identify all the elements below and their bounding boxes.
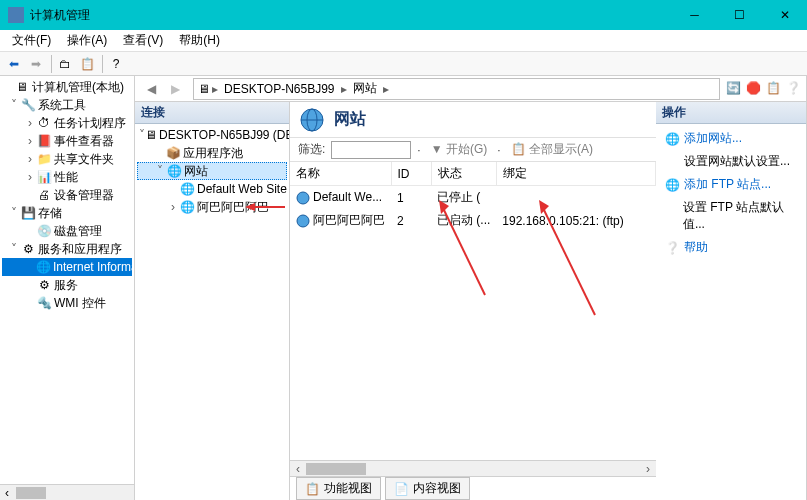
- col-status[interactable]: 状态: [431, 162, 496, 186]
- tree-item-diskmgr[interactable]: 💿磁盘管理: [2, 222, 132, 240]
- filter-row: 筛选: · ▼ 开始(G) · 📋 全部显示(A): [290, 138, 656, 162]
- tab-feature-view[interactable]: 📋功能视图: [296, 477, 381, 500]
- toolbar-icon-2[interactable]: 📋: [77, 54, 97, 74]
- menu-help[interactable]: 帮助(H): [171, 30, 228, 51]
- tree-item-services[interactable]: ⚙服务: [2, 276, 132, 294]
- table-row[interactable]: Default We... 1 已停止 (: [290, 186, 656, 210]
- filter-input[interactable]: [331, 141, 411, 159]
- tree-item-shared[interactable]: ›📁共享文件夹: [2, 150, 132, 168]
- menubar: 文件(F) 操作(A) 查看(V) 帮助(H): [0, 30, 807, 52]
- tree-item-wmi[interactable]: 🔩WMI 控件: [2, 294, 132, 312]
- filter-showall[interactable]: 📋 全部显示(A): [507, 141, 597, 158]
- table-row[interactable]: 阿巴阿巴阿巴 2 已启动 (... 192.168.0.105:21: (ftp…: [290, 209, 656, 232]
- app-icon: [8, 7, 24, 23]
- menu-file[interactable]: 文件(F): [4, 30, 59, 51]
- help-icon[interactable]: ?: [106, 54, 126, 74]
- addr-back-icon[interactable]: ◀: [139, 78, 163, 100]
- tree-system-tools[interactable]: ˅🔧系统工具: [2, 96, 132, 114]
- crumb-sites[interactable]: 网站: [349, 80, 381, 97]
- addr-icon-2[interactable]: 🛑: [746, 81, 762, 97]
- globe-icon: [296, 214, 310, 228]
- left-hscroll[interactable]: ‹: [0, 484, 134, 500]
- svg-point-5: [297, 192, 309, 204]
- tree-item-eventviewer[interactable]: ›📕事件查看器: [2, 132, 132, 150]
- toolbar-icon-1[interactable]: 🗀: [55, 54, 75, 74]
- tab-content-view[interactable]: 📄内容视图: [385, 477, 470, 500]
- tree-root[interactable]: 🖥计算机管理(本地): [2, 78, 132, 96]
- tree-item-devmgr[interactable]: 🖨设备管理器: [2, 186, 132, 204]
- action-add-site[interactable]: 🌐添加网站...: [660, 128, 802, 149]
- action-help[interactable]: ❔帮助: [660, 237, 802, 258]
- close-button[interactable]: ✕: [762, 0, 807, 30]
- action-site-defaults[interactable]: 设置网站默认设置...: [660, 151, 802, 172]
- back-button[interactable]: ⬅: [4, 54, 24, 74]
- view-tabs: 📋功能视图 📄内容视图: [290, 476, 656, 500]
- globe-icon: 🌐: [664, 131, 680, 147]
- page-title: 网站: [334, 109, 366, 130]
- tree-item-perf[interactable]: ›📊性能: [2, 168, 132, 186]
- window-title: 计算机管理: [30, 7, 90, 24]
- address-bar: ◀ ▶ 🖥▸ DESKTOP-N65BJ99▸ 网站▸ 🔄 🛑 📋 ❔: [135, 76, 806, 102]
- tree-item-iis[interactable]: 🌐Internet Informat: [2, 258, 132, 276]
- col-id[interactable]: ID: [391, 162, 431, 186]
- crumb-server[interactable]: DESKTOP-N65BJ99: [220, 82, 339, 96]
- maximize-button[interactable]: ☐: [717, 0, 762, 30]
- conn-server[interactable]: ˅🖥DESKTOP-N65BJ99 (DESKTOP: [137, 126, 287, 144]
- connections-pane: 连接 ˅🖥DESKTOP-N65BJ99 (DESKTOP 📦应用程序池 ˅🌐网…: [135, 102, 290, 500]
- sites-table: 名称 ID 状态 绑定 Default We... 1 已停止 (: [290, 162, 656, 460]
- action-add-ftp[interactable]: 🌐添加 FTP 站点...: [660, 174, 802, 195]
- addr-fwd-icon[interactable]: ▶: [163, 78, 187, 100]
- minimize-button[interactable]: ─: [672, 0, 717, 30]
- left-nav-pane: 🖥计算机管理(本地) ˅🔧系统工具 ›⏱任务计划程序 ›📕事件查看器 ›📁共享文…: [0, 76, 135, 500]
- connections-header: 连接: [135, 102, 289, 124]
- titlebar: 计算机管理 ─ ☐ ✕: [0, 0, 807, 30]
- addr-icon-3[interactable]: 📋: [766, 81, 782, 97]
- actions-pane: 操作 🌐添加网站... 设置网站默认设置... 🌐添加 FTP 站点... 设置…: [656, 102, 806, 500]
- action-ftp-defaults[interactable]: 设置 FTP 站点默认值...: [660, 197, 802, 235]
- addr-icon-1[interactable]: 🔄: [726, 81, 742, 97]
- tree-storage[interactable]: ˅💾存储: [2, 204, 132, 222]
- actions-header: 操作: [656, 102, 806, 124]
- svg-point-6: [297, 215, 309, 227]
- globe-icon: [296, 191, 310, 205]
- sites-icon: [298, 106, 326, 134]
- addr-help-icon[interactable]: ❔: [786, 81, 802, 97]
- forward-button[interactable]: ➡: [26, 54, 46, 74]
- conn-sites[interactable]: ˅🌐网站: [137, 162, 287, 180]
- center-pane: 网站 筛选: · ▼ 开始(G) · 📋 全部显示(A) 名称 ID 状: [290, 102, 656, 500]
- conn-site-default[interactable]: 🌐Default Web Site: [137, 180, 287, 198]
- menu-view[interactable]: 查看(V): [115, 30, 171, 51]
- col-binding[interactable]: 绑定: [496, 162, 655, 186]
- iis-pane: ◀ ▶ 🖥▸ DESKTOP-N65BJ99▸ 网站▸ 🔄 🛑 📋 ❔ 连接 ˅…: [135, 76, 807, 500]
- breadcrumb[interactable]: 🖥▸ DESKTOP-N65BJ99▸ 网站▸: [193, 78, 720, 100]
- filter-go[interactable]: ▼ 开始(G): [427, 141, 492, 158]
- help-icon: ❔: [664, 240, 680, 256]
- col-name[interactable]: 名称: [290, 162, 391, 186]
- menu-action[interactable]: 操作(A): [59, 30, 115, 51]
- tree-item-tasksched[interactable]: ›⏱任务计划程序: [2, 114, 132, 132]
- conn-apppool[interactable]: 📦应用程序池: [137, 144, 287, 162]
- tree-services-apps[interactable]: ˅⚙服务和应用程序: [2, 240, 132, 258]
- toolbar: ⬅ ➡ 🗀 📋 ?: [0, 52, 807, 76]
- center-header: 网站: [290, 102, 656, 138]
- filter-label: 筛选:: [298, 141, 325, 158]
- globe-icon: 🌐: [664, 177, 680, 193]
- conn-site-aba[interactable]: ›🌐阿巴阿巴阿巴: [137, 198, 287, 216]
- center-hscroll[interactable]: ‹›: [290, 460, 656, 476]
